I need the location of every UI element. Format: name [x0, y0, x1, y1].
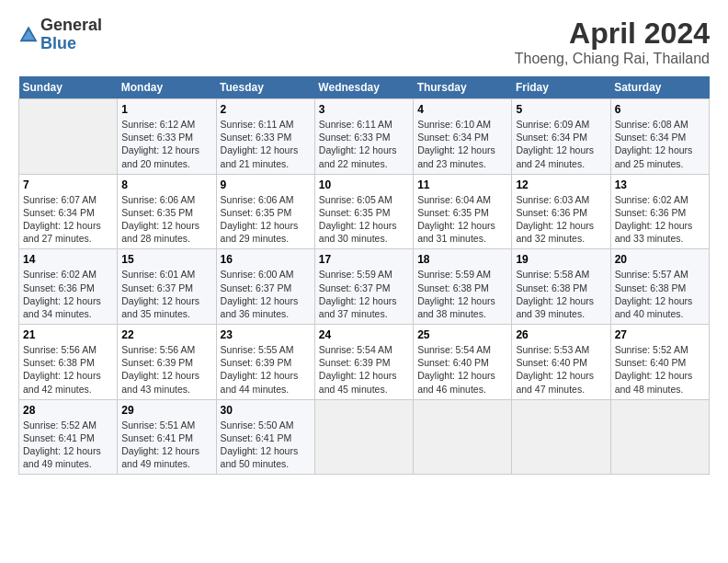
- day-info: Sunrise: 5:52 AMSunset: 6:41 PMDaylight:…: [23, 419, 113, 471]
- calendar-header-row: SundayMondayTuesdayWednesdayThursdayFrid…: [19, 76, 710, 99]
- day-number: 6: [615, 103, 705, 116]
- day-number: 22: [121, 328, 211, 341]
- day-number: 7: [23, 178, 113, 191]
- day-info: Sunrise: 5:59 AMSunset: 6:38 PMDaylight:…: [417, 268, 507, 320]
- day-info: Sunrise: 6:11 AMSunset: 6:33 PMDaylight:…: [221, 118, 311, 170]
- day-number: 25: [417, 328, 507, 341]
- day-number: 21: [23, 328, 113, 341]
- day-info: Sunrise: 6:01 AMSunset: 6:37 PMDaylight:…: [121, 268, 211, 320]
- day-info: Sunrise: 5:56 AMSunset: 6:39 PMDaylight:…: [121, 343, 211, 396]
- day-cell: 8Sunrise: 6:06 AMSunset: 6:35 PMDaylight…: [118, 174, 216, 249]
- week-row-3: 14Sunrise: 6:02 AMSunset: 6:36 PMDayligh…: [19, 249, 710, 325]
- day-number: 19: [516, 253, 606, 266]
- day-cell: 9Sunrise: 6:06 AMSunset: 6:35 PMDaylight…: [216, 174, 314, 249]
- day-cell: 17Sunrise: 5:59 AMSunset: 6:37 PMDayligh…: [314, 249, 413, 325]
- day-info: Sunrise: 6:02 AMSunset: 6:36 PMDaylight:…: [23, 268, 113, 320]
- day-cell: 6Sunrise: 6:08 AMSunset: 6:34 PMDaylight…: [610, 99, 709, 175]
- logo-general: General: [40, 16, 102, 34]
- column-header-thursday: Thursday: [414, 76, 512, 99]
- day-number: 20: [615, 253, 705, 266]
- day-info: Sunrise: 6:04 AMSunset: 6:35 PMDaylight:…: [417, 193, 507, 246]
- week-row-4: 21Sunrise: 5:56 AMSunset: 6:38 PMDayligh…: [19, 325, 710, 400]
- day-cell: 10Sunrise: 6:05 AMSunset: 6:35 PMDayligh…: [314, 174, 413, 249]
- day-number: 26: [516, 328, 606, 341]
- day-info: Sunrise: 5:55 AMSunset: 6:39 PMDaylight:…: [221, 343, 311, 396]
- day-info: Sunrise: 5:51 AMSunset: 6:41 PMDaylight:…: [121, 419, 211, 471]
- day-cell: 23Sunrise: 5:55 AMSunset: 6:39 PMDayligh…: [216, 325, 314, 400]
- main-container: General Blue April 2024 Thoeng, Chiang R…: [0, 0, 728, 484]
- day-info: Sunrise: 5:59 AMSunset: 6:37 PMDaylight:…: [319, 268, 409, 320]
- day-cell: 28Sunrise: 5:52 AMSunset: 6:41 PMDayligh…: [19, 399, 118, 475]
- title-block: April 2024 Thoeng, Chiang Rai, Thailand: [515, 17, 710, 67]
- day-info: Sunrise: 6:07 AMSunset: 6:34 PMDaylight:…: [23, 193, 113, 246]
- week-row-2: 7Sunrise: 6:07 AMSunset: 6:34 PMDaylight…: [19, 174, 710, 249]
- day-number: 12: [516, 178, 606, 191]
- column-header-tuesday: Tuesday: [216, 76, 314, 99]
- day-info: Sunrise: 6:10 AMSunset: 6:34 PMDaylight:…: [417, 118, 507, 170]
- day-number: 17: [319, 253, 409, 266]
- day-number: 14: [23, 253, 113, 266]
- day-number: 30: [221, 404, 311, 417]
- day-info: Sunrise: 5:53 AMSunset: 6:40 PMDaylight:…: [516, 343, 606, 396]
- day-number: 1: [121, 103, 211, 116]
- day-number: 11: [417, 178, 507, 191]
- day-cell: 4Sunrise: 6:10 AMSunset: 6:34 PMDaylight…: [414, 99, 512, 175]
- day-number: 2: [221, 103, 311, 116]
- day-number: 9: [221, 178, 311, 191]
- day-number: 28: [23, 404, 113, 417]
- day-cell: [414, 399, 512, 475]
- day-cell: 19Sunrise: 5:58 AMSunset: 6:38 PMDayligh…: [512, 249, 610, 325]
- day-info: Sunrise: 6:02 AMSunset: 6:36 PMDaylight:…: [615, 193, 705, 246]
- day-number: 16: [221, 253, 311, 266]
- day-cell: [19, 99, 118, 175]
- day-cell: [314, 399, 413, 475]
- day-cell: 3Sunrise: 6:11 AMSunset: 6:33 PMDaylight…: [314, 99, 413, 175]
- day-cell: 13Sunrise: 6:02 AMSunset: 6:36 PMDayligh…: [610, 174, 709, 249]
- calendar-table: SundayMondayTuesdayWednesdayThursdayFrid…: [18, 76, 710, 475]
- column-header-sunday: Sunday: [19, 76, 118, 99]
- day-cell: 7Sunrise: 6:07 AMSunset: 6:34 PMDaylight…: [19, 174, 118, 249]
- day-cell: 22Sunrise: 5:56 AMSunset: 6:39 PMDayligh…: [118, 325, 216, 400]
- day-number: 13: [615, 178, 705, 191]
- day-info: Sunrise: 5:50 AMSunset: 6:41 PMDaylight:…: [221, 419, 311, 471]
- day-number: 29: [121, 404, 211, 417]
- day-cell: 15Sunrise: 6:01 AMSunset: 6:37 PMDayligh…: [118, 249, 216, 325]
- day-cell: 1Sunrise: 6:12 AMSunset: 6:33 PMDaylight…: [118, 99, 216, 175]
- column-header-wednesday: Wednesday: [314, 76, 413, 99]
- day-info: Sunrise: 6:06 AMSunset: 6:35 PMDaylight:…: [121, 193, 211, 246]
- day-cell: 26Sunrise: 5:53 AMSunset: 6:40 PMDayligh…: [512, 325, 610, 400]
- day-info: Sunrise: 5:52 AMSunset: 6:40 PMDaylight:…: [615, 343, 705, 396]
- day-number: 18: [417, 253, 507, 266]
- main-title: April 2024: [515, 17, 710, 51]
- column-header-monday: Monday: [118, 76, 216, 99]
- day-cell: 16Sunrise: 6:00 AMSunset: 6:37 PMDayligh…: [216, 249, 314, 325]
- day-number: 4: [417, 103, 507, 116]
- day-info: Sunrise: 6:09 AMSunset: 6:34 PMDaylight:…: [516, 118, 606, 170]
- column-header-friday: Friday: [512, 76, 610, 99]
- day-cell: 14Sunrise: 6:02 AMSunset: 6:36 PMDayligh…: [19, 249, 118, 325]
- logo-icon: [18, 25, 39, 45]
- day-number: 8: [121, 178, 211, 191]
- day-cell: 12Sunrise: 6:03 AMSunset: 6:36 PMDayligh…: [512, 174, 610, 249]
- logo-blue: Blue: [40, 34, 76, 52]
- day-cell: 27Sunrise: 5:52 AMSunset: 6:40 PMDayligh…: [610, 325, 709, 400]
- day-info: Sunrise: 5:54 AMSunset: 6:40 PMDaylight:…: [417, 343, 507, 396]
- day-cell: 18Sunrise: 5:59 AMSunset: 6:38 PMDayligh…: [414, 249, 512, 325]
- day-info: Sunrise: 6:11 AMSunset: 6:33 PMDaylight:…: [319, 118, 409, 170]
- day-number: 3: [319, 103, 409, 116]
- day-cell: 21Sunrise: 5:56 AMSunset: 6:38 PMDayligh…: [19, 325, 118, 400]
- day-info: Sunrise: 5:56 AMSunset: 6:38 PMDaylight:…: [23, 343, 113, 396]
- day-info: Sunrise: 6:08 AMSunset: 6:34 PMDaylight:…: [615, 118, 705, 170]
- logo-text: General Blue: [40, 17, 102, 53]
- day-info: Sunrise: 5:54 AMSunset: 6:39 PMDaylight:…: [319, 343, 409, 396]
- week-row-1: 1Sunrise: 6:12 AMSunset: 6:33 PMDaylight…: [19, 99, 710, 175]
- day-info: Sunrise: 6:06 AMSunset: 6:35 PMDaylight:…: [221, 193, 311, 246]
- day-cell: [610, 399, 709, 475]
- header-row: General Blue April 2024 Thoeng, Chiang R…: [18, 17, 710, 67]
- day-number: 23: [221, 328, 311, 341]
- subtitle: Thoeng, Chiang Rai, Thailand: [515, 51, 710, 67]
- day-info: Sunrise: 6:00 AMSunset: 6:37 PMDaylight:…: [221, 268, 311, 320]
- day-number: 10: [319, 178, 409, 191]
- column-header-saturday: Saturday: [610, 76, 709, 99]
- day-number: 5: [516, 103, 606, 116]
